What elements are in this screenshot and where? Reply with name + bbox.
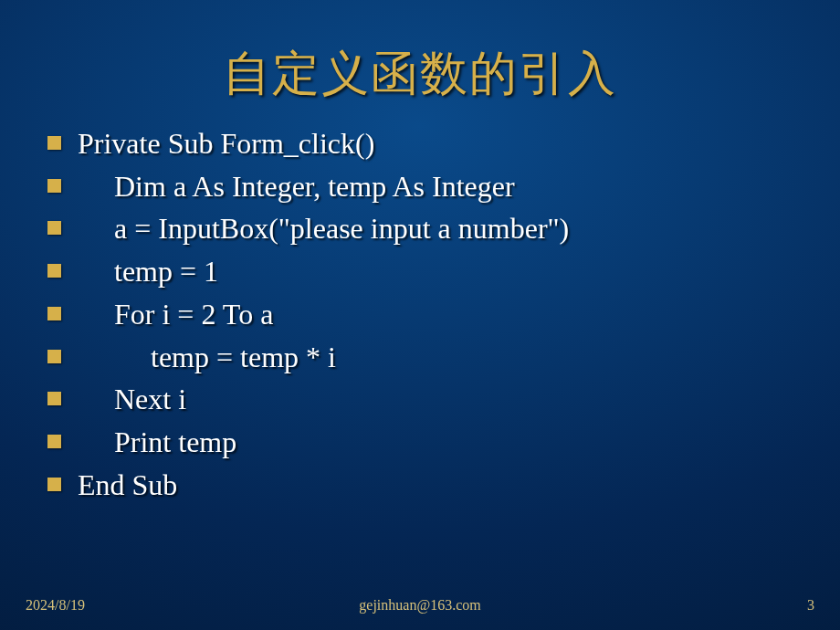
code-line: For i = 2 To a [47,293,803,336]
code-line: Print temp [47,421,803,464]
bullet-icon [47,350,61,363]
code-text: Dim a As Integer, temp As Integer [78,165,515,208]
footer-page: 3 [551,597,814,614]
code-line: Private Sub Form_click() [47,122,803,165]
code-text: temp = temp * i [78,336,336,379]
code-line: temp = 1 [47,250,803,293]
code-text: a = InputBox("please input a number") [78,207,569,250]
slide-content: Private Sub Form_click() Dim a As Intege… [0,122,840,506]
footer-email: gejinhuan@163.com [289,597,551,614]
code-line: End Sub [47,464,803,507]
code-line: temp = temp * i [47,336,803,379]
bullet-icon [47,307,61,320]
bullet-icon [47,264,61,278]
footer-date: 2024/8/19 [26,597,289,614]
code-text: temp = 1 [78,250,218,293]
code-line: Next i [47,378,803,421]
code-text: Private Sub Form_click() [78,122,374,165]
code-text: For i = 2 To a [78,293,273,336]
slide-title: 自定义函数的引入 [0,0,840,122]
code-line: Dim a As Integer, temp As Integer [47,165,803,208]
bullet-icon [47,221,61,235]
bullet-icon [47,136,61,150]
code-text: Print temp [78,421,236,464]
code-text: Next i [78,378,186,421]
bullet-icon [47,392,61,405]
bullet-icon [47,179,61,193]
code-text: End Sub [78,464,177,507]
slide-footer: 2024/8/19 gejinhuan@163.com 3 [0,597,840,614]
code-line: a = InputBox("please input a number") [47,207,803,250]
bullet-icon [47,478,61,491]
slide: 自定义函数的引入 Private Sub Form_click() Dim a … [0,0,840,630]
bullet-icon [47,435,61,448]
